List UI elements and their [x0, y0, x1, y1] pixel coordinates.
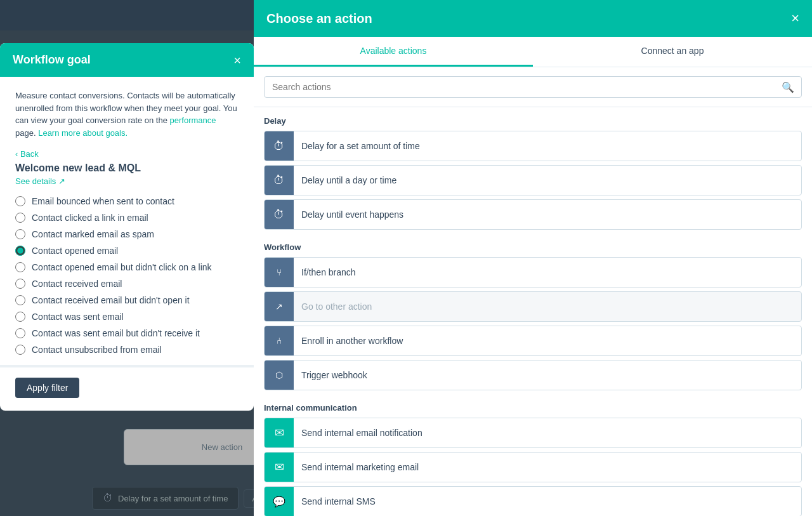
list-item[interactable]: Contact received email	[15, 279, 239, 289]
goal-title: Welcome new lead & MQL	[15, 162, 239, 174]
action-label: Delay for a set amount of time	[301, 141, 420, 151]
radio-was-sent[interactable]	[15, 312, 25, 322]
section-label-delay: Delay	[264, 107, 802, 131]
list-item[interactable]: Contact was sent email	[15, 312, 239, 322]
modal-overlay: Workflow goal × Measure contact conversi…	[0, 30, 254, 516]
modal-description: Measure contact conversions. Contacts wi…	[15, 89, 239, 139]
list-item[interactable]: Contact unsubscribed from email	[15, 345, 239, 355]
sms-icon: 💬	[265, 487, 294, 516]
panel-title: Choose an action	[266, 11, 372, 26]
tab-connect-app[interactable]: Connect an app	[533, 37, 812, 67]
action-send-internal-marketing[interactable]: ✉ Send internal marketing email	[264, 452, 802, 482]
external-link-icon: ↗	[58, 176, 65, 186]
email-icon: ✉	[265, 418, 294, 447]
search-input[interactable]	[264, 76, 802, 98]
delay-icon: ⏱	[265, 131, 294, 161]
list-item[interactable]: Contact opened email but didn't click on…	[15, 262, 239, 272]
action-delay-until-day[interactable]: ⏱ Delay until a day or time	[264, 165, 802, 195]
list-item[interactable]: Email bounced when sent to contact	[15, 196, 239, 206]
action-label: If/then branch	[301, 267, 356, 277]
actions-list: Delay ⏱ Delay for a set amount of time ⏱…	[254, 107, 812, 516]
action-label: Delay until event happens	[301, 209, 403, 220]
right-panel: Choose an action × Available actions Con…	[254, 0, 812, 516]
performance-link[interactable]: performance	[170, 116, 216, 125]
action-label: Trigger webhook	[301, 370, 367, 380]
radio-label: Contact was sent email	[32, 312, 124, 322]
action-send-internal-email[interactable]: ✉ Send internal email notification	[264, 418, 802, 448]
enroll-icon: ⑃	[265, 326, 294, 355]
list-item[interactable]: Contact clicked a link in email	[15, 213, 239, 223]
radio-label: Contact clicked a link in email	[32, 213, 148, 223]
radio-label: Contact unsubscribed from email	[32, 345, 162, 355]
action-send-internal-sms[interactable]: 💬 Send internal SMS	[264, 486, 802, 516]
delay-icon: ⏱	[265, 166, 294, 195]
action-delay-until-event[interactable]: ⏱ Delay until event happens	[264, 199, 802, 230]
goto-icon: ↗	[265, 292, 294, 321]
radio-label: Contact received email but didn't open i…	[32, 295, 190, 305]
modal-body: Measure contact conversions. Contacts wi…	[0, 77, 254, 411]
radio-clicked-link[interactable]	[15, 213, 25, 223]
radio-label: Contact opened email but didn't click on…	[32, 262, 212, 272]
action-label: Enroll in another workflow	[301, 336, 403, 346]
radio-label: Contact opened email	[32, 246, 118, 256]
action-label: Send internal marketing email	[301, 462, 419, 472]
action-label: Send internal email notification	[301, 428, 422, 438]
action-ifthen-branch[interactable]: ⑂ If/then branch	[264, 257, 802, 288]
workflow-goal-modal: Workflow goal × Measure contact conversi…	[0, 43, 254, 411]
radio-sent-not-received[interactable]	[15, 328, 25, 338]
branch-icon: ⑂	[265, 258, 294, 287]
action-delay-set-amount[interactable]: ⏱ Delay for a set amount of time	[264, 131, 802, 161]
tab-available-actions[interactable]: Available actions	[254, 37, 533, 67]
section-label-internal: Internal communication	[264, 394, 802, 418]
action-enroll-workflow[interactable]: ⑃ Enroll in another workflow	[264, 326, 802, 356]
radio-option-list: Email bounced when sent to contact Conta…	[15, 196, 239, 355]
radio-received-email[interactable]	[15, 279, 25, 289]
list-item[interactable]: Contact opened email	[15, 246, 239, 256]
panel-tabs: Available actions Connect an app	[254, 37, 812, 67]
radio-label: Contact received email	[32, 279, 122, 289]
email-icon: ✉	[265, 453, 294, 482]
action-label: Send internal SMS	[301, 496, 376, 506]
radio-email-bounced[interactable]	[15, 196, 25, 206]
learn-more-link[interactable]: Learn more about goals.	[38, 128, 128, 138]
radio-unsubscribed[interactable]	[15, 345, 25, 355]
radio-label: Email bounced when sent to contact	[32, 196, 174, 206]
section-label-workflow: Workflow	[264, 234, 802, 257]
radio-opened-email[interactable]	[15, 246, 25, 256]
radio-opened-not-clicked[interactable]	[15, 262, 25, 272]
modal-title: Workflow goal	[13, 53, 91, 67]
divider	[0, 365, 254, 367]
search-icon: 🔍	[782, 81, 794, 93]
modal-close-button[interactable]: ×	[233, 54, 241, 67]
radio-label: Contact was sent email but didn't receiv…	[32, 328, 200, 338]
action-label: Go to other action	[301, 301, 372, 312]
back-button[interactable]: ‹ Back	[15, 149, 239, 159]
list-item[interactable]: Contact received email but didn't open i…	[15, 295, 239, 305]
radio-received-not-opened[interactable]	[15, 295, 25, 305]
panel-header: Choose an action ×	[254, 0, 812, 37]
see-details-link[interactable]: See details ↗	[15, 176, 239, 186]
webhook-icon: ⬡	[265, 361, 294, 390]
search-bar: 🔍	[254, 67, 812, 107]
modal-header: Workflow goal ×	[0, 43, 254, 77]
action-label: Delay until a day or time	[301, 175, 396, 185]
action-go-to-other: ↗ Go to other action	[264, 291, 802, 322]
panel-close-button[interactable]: ×	[791, 10, 799, 27]
apply-filter-button[interactable]: Apply filter	[15, 378, 79, 398]
radio-label: Contact marked email as spam	[32, 229, 154, 239]
list-item[interactable]: Contact marked email as spam	[15, 229, 239, 239]
delay-icon: ⏱	[265, 200, 294, 229]
list-item[interactable]: Contact was sent email but didn't receiv…	[15, 328, 239, 338]
action-trigger-webhook[interactable]: ⬡ Trigger webhook	[264, 360, 802, 390]
radio-marked-spam[interactable]	[15, 229, 25, 239]
